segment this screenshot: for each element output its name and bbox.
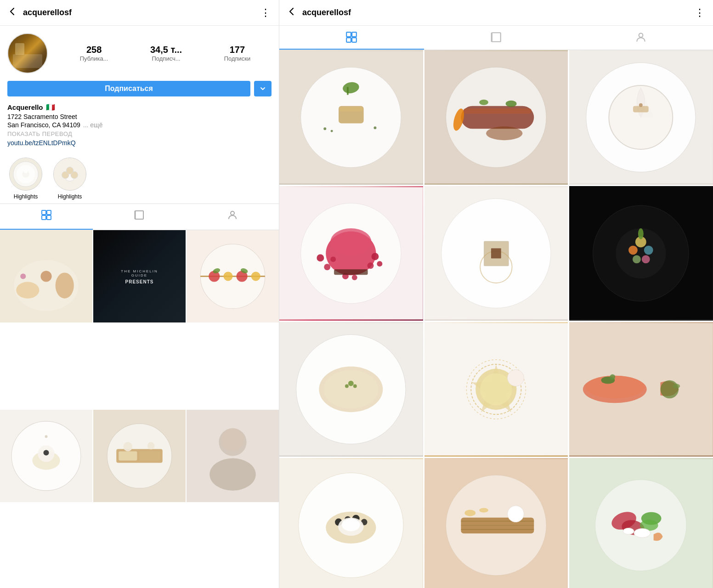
book-icon-left [134, 209, 145, 223]
following-label: Подписки [224, 55, 251, 62]
followers-label: Подписч... [152, 55, 180, 62]
svg-point-125 [673, 384, 680, 389]
left-grid-cell-2[interactable]: THE MICHELIN GUIDE PRESENTS [93, 230, 186, 322]
svg-point-115 [480, 373, 512, 405]
left-grid-cell-1[interactable] [0, 230, 92, 322]
stat-following: 177 Подписки [224, 45, 251, 62]
svg-point-104 [642, 255, 650, 263]
left-more-button[interactable]: ⋮ [260, 7, 272, 19]
svg-point-55 [639, 33, 643, 37]
right-grid-cell-8[interactable] [424, 322, 568, 457]
svg-point-29 [251, 271, 260, 281]
right-grid-cell-9[interactable] [569, 322, 713, 457]
svg-point-151 [623, 528, 634, 534]
left-back-button[interactable] [7, 6, 17, 19]
left-grid: THE MICHELIN GUIDE PRESENTS [0, 230, 279, 588]
svg-rect-42 [140, 451, 160, 460]
svg-point-105 [638, 228, 644, 239]
svg-point-134 [342, 519, 360, 531]
svg-rect-49 [346, 32, 351, 37]
bio-translate[interactable]: ПОКАЗАТЬ ПЕРЕВОД [7, 130, 272, 137]
right-grid-cell-5[interactable] [424, 186, 568, 321]
svg-point-109 [323, 370, 378, 408]
left-grid-cell-4[interactable] [0, 410, 92, 502]
following-count: 177 [230, 45, 245, 55]
right-grid-cell-7[interactable] [279, 322, 423, 457]
subscribe-dropdown-button[interactable] [254, 81, 272, 96]
left-grid-cell-6[interactable] [187, 410, 279, 502]
svg-point-110 [348, 381, 354, 386]
svg-point-150 [634, 528, 651, 537]
tab-person-left[interactable] [186, 204, 279, 230]
person-icon-left [227, 209, 238, 223]
svg-point-111 [345, 384, 349, 388]
svg-point-142 [464, 510, 475, 516]
michelin-text: THE MICHELIN GUIDE PRESENTS [116, 269, 163, 284]
right-back-button[interactable] [287, 6, 297, 19]
right-grid-cell-12[interactable] [569, 458, 713, 588]
bio-more[interactable]: ... ещё [83, 121, 103, 129]
right-grid-cell-10[interactable] [279, 458, 423, 588]
svg-point-112 [353, 384, 357, 388]
svg-point-18 [16, 282, 39, 299]
svg-rect-10 [47, 210, 51, 215]
svg-point-64 [373, 126, 376, 129]
tab-book-left[interactable] [93, 204, 186, 230]
stats-row: 258 Публика... 34,5 т... Подписч... 177 … [59, 45, 272, 62]
right-tab-person[interactable] [568, 26, 713, 50]
svg-point-143 [479, 508, 488, 513]
posts-count: 258 [86, 45, 102, 55]
svg-point-82 [317, 254, 324, 261]
left-grid-cell-5[interactable] [93, 410, 186, 502]
svg-point-123 [610, 374, 616, 380]
subscribe-button[interactable]: Подписаться [7, 81, 250, 96]
right-tab-grid[interactable] [279, 26, 424, 50]
right-grid-cell-4[interactable] [279, 186, 423, 321]
svg-rect-90 [334, 269, 368, 275]
avatar[interactable] [7, 33, 48, 74]
right-grid-cell-6[interactable] [569, 186, 713, 321]
svg-point-101 [628, 246, 638, 255]
svg-point-62 [323, 127, 326, 130]
subscribe-row: Подписаться [7, 81, 272, 96]
right-grid-cell-3[interactable] [569, 50, 713, 185]
svg-point-81 [330, 228, 371, 256]
svg-point-77 [639, 103, 643, 107]
highlights-section: Highlights Highlights [0, 152, 279, 204]
svg-point-87 [377, 261, 382, 266]
svg-rect-59 [347, 87, 349, 95]
svg-rect-13 [135, 211, 143, 219]
left-grid-cell-3[interactable] [187, 230, 279, 322]
right-grid-cell-11[interactable] [424, 458, 568, 588]
svg-point-70 [486, 126, 522, 140]
tab-grid-left[interactable] [0, 204, 93, 230]
svg-point-72 [479, 100, 488, 105]
svg-point-36 [43, 450, 49, 455]
right-more-button[interactable]: ⋮ [695, 7, 706, 19]
highlight-item-2[interactable]: Highlights [51, 158, 88, 200]
svg-rect-51 [346, 38, 351, 42]
bio-link[interactable]: youtu.be/tzENLtDPmkQ [7, 139, 272, 147]
svg-rect-41 [119, 451, 137, 460]
svg-rect-96 [491, 249, 501, 259]
right-grid-cell-1[interactable] [279, 50, 423, 185]
followers-count: 34,5 т... [150, 45, 182, 55]
svg-point-84 [330, 256, 336, 262]
svg-point-19 [56, 272, 74, 298]
bio-address1: 1722 Sacramento Street [7, 113, 272, 120]
svg-point-103 [633, 255, 641, 263]
right-tab-book[interactable] [424, 26, 569, 50]
svg-rect-137 [461, 518, 534, 534]
svg-rect-11 [42, 215, 46, 220]
bio-address2: San Francisco, CA 94109 ... ещё [7, 121, 272, 129]
highlight-item-1[interactable]: Highlights [7, 158, 44, 200]
highlight-label-1: Highlights [14, 193, 38, 200]
svg-point-1 [13, 162, 38, 187]
right-grid-cell-2[interactable] [424, 50, 568, 185]
right-header: acquerellosf ⋮ [279, 0, 713, 26]
grid-icon-left [41, 209, 52, 223]
right-username: acquerellosf [302, 8, 695, 17]
svg-rect-9 [42, 210, 46, 215]
left-tabs-row [0, 204, 279, 230]
svg-point-22 [20, 273, 26, 279]
